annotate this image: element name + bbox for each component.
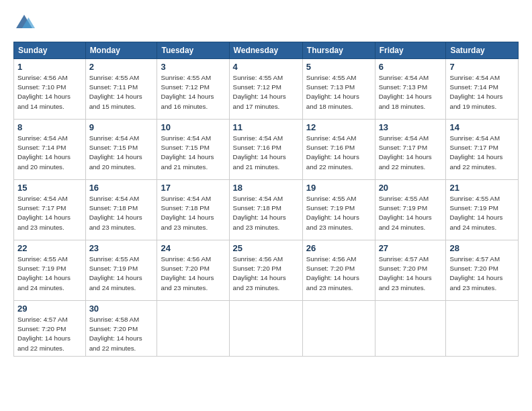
day-info: Sunrise: 4:54 AMSunset: 7:13 PMDaylight:…: [379, 73, 443, 111]
calendar-cell: 2Sunrise: 4:55 AMSunset: 7:11 PMDaylight…: [85, 59, 157, 120]
day-info: Sunrise: 4:55 AMSunset: 7:19 PMDaylight:…: [17, 255, 82, 293]
calendar-cell: 15Sunrise: 4:54 AMSunset: 7:17 PMDayligh…: [14, 180, 86, 240]
logo: [13, 12, 39, 34]
calendar-week-1: 8Sunrise: 4:54 AMSunset: 7:14 PMDaylight…: [14, 120, 519, 180]
calendar-week-0: 1Sunrise: 4:56 AMSunset: 7:10 PMDaylight…: [14, 59, 519, 120]
calendar-cell: 16Sunrise: 4:54 AMSunset: 7:18 PMDayligh…: [85, 180, 157, 240]
page: SundayMondayTuesdayWednesdayThursdayFrid…: [0, 0, 532, 363]
calendar-week-3: 22Sunrise: 4:55 AMSunset: 7:19 PMDayligh…: [14, 240, 519, 301]
calendar-cell: 26Sunrise: 4:56 AMSunset: 7:20 PMDayligh…: [302, 240, 375, 301]
day-number: 14: [449, 122, 515, 132]
day-info: Sunrise: 4:54 AMSunset: 7:16 PMDaylight:…: [306, 134, 371, 172]
day-number: 22: [17, 243, 82, 253]
day-number: 29: [17, 304, 82, 314]
day-info: Sunrise: 4:54 AMSunset: 7:17 PMDaylight:…: [379, 134, 443, 172]
day-info: Sunrise: 4:54 AMSunset: 7:14 PMDaylight:…: [17, 134, 82, 172]
calendar-cell: [302, 301, 375, 357]
day-info: Sunrise: 4:55 AMSunset: 7:19 PMDaylight:…: [379, 194, 443, 232]
day-number: 21: [449, 183, 515, 193]
day-info: Sunrise: 4:54 AMSunset: 7:17 PMDaylight:…: [449, 134, 515, 172]
day-number: 4: [233, 62, 299, 72]
day-info: Sunrise: 4:56 AMSunset: 7:10 PMDaylight:…: [17, 73, 82, 111]
calendar-cell: 4Sunrise: 4:55 AMSunset: 7:12 PMDaylight…: [229, 59, 302, 120]
day-number: 15: [17, 183, 82, 193]
header: [13, 12, 519, 34]
calendar-cell: 23Sunrise: 4:55 AMSunset: 7:19 PMDayligh…: [85, 240, 157, 301]
calendar-cell: 1Sunrise: 4:56 AMSunset: 7:10 PMDaylight…: [14, 59, 86, 120]
calendar-header-friday: Friday: [375, 42, 446, 59]
day-number: 30: [89, 304, 154, 314]
calendar-cell: 21Sunrise: 4:55 AMSunset: 7:19 PMDayligh…: [446, 180, 519, 240]
calendar-cell: 22Sunrise: 4:55 AMSunset: 7:19 PMDayligh…: [14, 240, 86, 301]
day-info: Sunrise: 4:55 AMSunset: 7:12 PMDaylight:…: [161, 73, 225, 111]
calendar-cell: 18Sunrise: 4:54 AMSunset: 7:18 PMDayligh…: [229, 180, 302, 240]
calendar-week-2: 15Sunrise: 4:54 AMSunset: 7:17 PMDayligh…: [14, 180, 519, 240]
day-info: Sunrise: 4:54 AMSunset: 7:15 PMDaylight:…: [89, 134, 154, 172]
calendar-cell: 13Sunrise: 4:54 AMSunset: 7:17 PMDayligh…: [375, 120, 446, 180]
logo-icon: [13, 12, 35, 34]
day-info: Sunrise: 4:58 AMSunset: 7:20 PMDaylight:…: [89, 315, 154, 353]
day-number: 6: [379, 62, 443, 72]
day-info: Sunrise: 4:54 AMSunset: 7:16 PMDaylight:…: [233, 134, 299, 172]
calendar-cell: 5Sunrise: 4:55 AMSunset: 7:13 PMDaylight…: [302, 59, 375, 120]
day-number: 3: [161, 62, 225, 72]
day-number: 2: [89, 62, 154, 72]
day-number: 13: [379, 122, 443, 132]
day-number: 19: [306, 183, 371, 193]
day-number: 9: [89, 122, 154, 132]
day-info: Sunrise: 4:55 AMSunset: 7:11 PMDaylight:…: [89, 73, 154, 111]
day-number: 27: [379, 243, 443, 253]
calendar-cell: 8Sunrise: 4:54 AMSunset: 7:14 PMDaylight…: [14, 120, 86, 180]
day-info: Sunrise: 4:54 AMSunset: 7:17 PMDaylight:…: [17, 194, 82, 232]
day-info: Sunrise: 4:57 AMSunset: 7:20 PMDaylight:…: [379, 255, 443, 293]
calendar-cell: [229, 301, 302, 357]
day-info: Sunrise: 4:55 AMSunset: 7:12 PMDaylight:…: [233, 73, 299, 111]
calendar-cell: 25Sunrise: 4:56 AMSunset: 7:20 PMDayligh…: [229, 240, 302, 301]
day-info: Sunrise: 4:55 AMSunset: 7:19 PMDaylight:…: [306, 194, 371, 232]
day-number: 18: [233, 183, 299, 193]
day-number: 28: [449, 243, 515, 253]
day-number: 24: [161, 243, 225, 253]
calendar-header-wednesday: Wednesday: [229, 42, 302, 59]
day-number: 26: [306, 243, 371, 253]
day-info: Sunrise: 4:56 AMSunset: 7:20 PMDaylight:…: [233, 255, 299, 293]
day-info: Sunrise: 4:56 AMSunset: 7:20 PMDaylight:…: [306, 255, 371, 293]
calendar-header-thursday: Thursday: [302, 42, 375, 59]
calendar-week-4: 29Sunrise: 4:57 AMSunset: 7:20 PMDayligh…: [14, 301, 519, 357]
calendar-cell: 20Sunrise: 4:55 AMSunset: 7:19 PMDayligh…: [375, 180, 446, 240]
calendar-cell: 17Sunrise: 4:54 AMSunset: 7:18 PMDayligh…: [157, 180, 229, 240]
calendar-header-sunday: Sunday: [14, 42, 86, 59]
day-number: 11: [233, 122, 299, 132]
calendar-cell: 10Sunrise: 4:54 AMSunset: 7:15 PMDayligh…: [157, 120, 229, 180]
day-number: 1: [17, 62, 82, 72]
calendar-header-row: SundayMondayTuesdayWednesdayThursdayFrid…: [14, 42, 519, 59]
day-info: Sunrise: 4:56 AMSunset: 7:20 PMDaylight:…: [161, 255, 225, 293]
day-number: 20: [379, 183, 443, 193]
calendar-cell: 14Sunrise: 4:54 AMSunset: 7:17 PMDayligh…: [446, 120, 519, 180]
day-info: Sunrise: 4:54 AMSunset: 7:15 PMDaylight:…: [161, 134, 225, 172]
calendar-cell: 29Sunrise: 4:57 AMSunset: 7:20 PMDayligh…: [14, 301, 86, 357]
day-number: 17: [161, 183, 225, 193]
day-number: 7: [449, 62, 515, 72]
day-number: 16: [89, 183, 154, 193]
calendar-cell: 24Sunrise: 4:56 AMSunset: 7:20 PMDayligh…: [157, 240, 229, 301]
day-number: 5: [306, 62, 371, 72]
calendar-cell: 19Sunrise: 4:55 AMSunset: 7:19 PMDayligh…: [302, 180, 375, 240]
calendar-cell: 7Sunrise: 4:54 AMSunset: 7:14 PMDaylight…: [446, 59, 519, 120]
day-number: 23: [89, 243, 154, 253]
calendar-cell: 9Sunrise: 4:54 AMSunset: 7:15 PMDaylight…: [85, 120, 157, 180]
day-info: Sunrise: 4:54 AMSunset: 7:18 PMDaylight:…: [233, 194, 299, 232]
calendar-cell: 28Sunrise: 4:57 AMSunset: 7:20 PMDayligh…: [446, 240, 519, 301]
day-info: Sunrise: 4:54 AMSunset: 7:18 PMDaylight:…: [161, 194, 225, 232]
calendar-cell: 3Sunrise: 4:55 AMSunset: 7:12 PMDaylight…: [157, 59, 229, 120]
day-info: Sunrise: 4:55 AMSunset: 7:19 PMDaylight:…: [449, 194, 515, 232]
calendar-cell: 27Sunrise: 4:57 AMSunset: 7:20 PMDayligh…: [375, 240, 446, 301]
calendar-header-saturday: Saturday: [446, 42, 519, 59]
calendar-table: SundayMondayTuesdayWednesdayThursdayFrid…: [13, 42, 519, 357]
day-number: 8: [17, 122, 82, 132]
calendar-cell: 11Sunrise: 4:54 AMSunset: 7:16 PMDayligh…: [229, 120, 302, 180]
calendar-cell: [375, 301, 446, 357]
day-number: 25: [233, 243, 299, 253]
day-info: Sunrise: 4:54 AMSunset: 7:14 PMDaylight:…: [449, 73, 515, 111]
day-info: Sunrise: 4:55 AMSunset: 7:13 PMDaylight:…: [306, 73, 371, 111]
